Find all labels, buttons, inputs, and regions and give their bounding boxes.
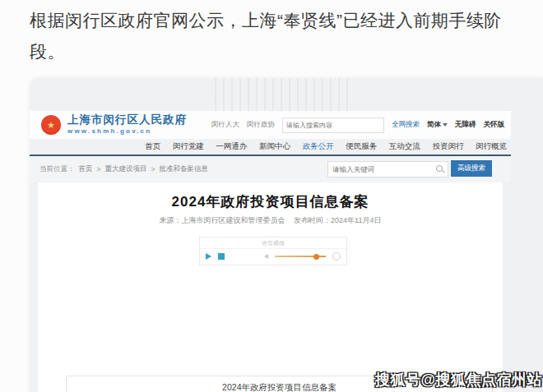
header-utility-bar: 闵行人大 闵行政协 全网搜索 简体 无障碍 关怀版 xyxy=(211,118,504,133)
article-meta: 来源：上海市闵行区建设和管理委员会 发布时间：2024年11月4日 xyxy=(38,215,503,226)
repeat-icon[interactable] xyxy=(332,252,341,261)
stop-icon[interactable] xyxy=(218,253,225,260)
header-search-input[interactable] xyxy=(283,122,383,129)
nav-item-home[interactable]: 首页 xyxy=(145,141,160,152)
nav-item-interaction[interactable]: 互动交流 xyxy=(389,141,420,152)
article-caption: 根据闵行区政府官网公示，上海“奉贤线”已经进入前期手续阶段。 xyxy=(30,5,523,67)
nav-item-overview[interactable]: 闵行概览 xyxy=(476,141,507,152)
audio-player: 语音播报 xyxy=(199,237,347,265)
nav-item-news[interactable]: 新闻中心 xyxy=(259,141,290,152)
advanced-search-button[interactable]: 高级搜索 xyxy=(451,160,492,177)
language-toggle[interactable]: 简体 xyxy=(427,120,448,130)
breadcrumb-home[interactable]: 首页 xyxy=(79,164,93,174)
search-icon[interactable] xyxy=(436,165,444,173)
site-url: www.shmh.gov.cn xyxy=(67,128,187,136)
content-panel: 2024年政府投资项目信息备案 来源：上海市闵行区建设和管理委员会 发布时间：2… xyxy=(38,182,503,392)
breadcrumb-approval-filing[interactable]: 批准和备案信息 xyxy=(159,164,208,174)
chevron-down-icon xyxy=(443,123,448,127)
site-identity: 上海市闵行区人民政府 www.shmh.gov.cn xyxy=(67,114,187,136)
link-zhengxie[interactable]: 闵行政协 xyxy=(247,120,275,130)
breadcrumb: 当前位置： 首页 > 重大建设项目 > 批准和备案信息 xyxy=(39,164,208,174)
care-mode-link[interactable]: 关怀版 xyxy=(484,120,505,130)
nav-item-party[interactable]: 闵行党建 xyxy=(173,141,204,152)
breadcrumb-separator: > xyxy=(97,165,101,173)
watermark: 搜狐号@搜狐焦点宿州站 xyxy=(375,370,542,390)
nav-item-services-portal[interactable]: 一网通办 xyxy=(216,141,247,152)
accessibility-link[interactable]: 无障碍 xyxy=(455,120,476,130)
link-renda[interactable]: 闵行人大 xyxy=(211,120,239,130)
nav-item-gov-disclosure[interactable]: 政务公开 xyxy=(303,141,334,152)
keyword-search-box xyxy=(327,161,448,178)
header-search-box xyxy=(282,118,384,133)
nav-item-invest[interactable]: 投资闵行 xyxy=(432,141,463,152)
site-name: 上海市闵行区人民政府 xyxy=(67,114,187,127)
article-image: 根据闵行区政府官网公示，上海“奉贤线”已经进入前期手续阶段。 ★ 上海市闵行区人… xyxy=(0,0,543,392)
site-search-button[interactable]: 全网搜索 xyxy=(392,120,420,130)
play-icon[interactable] xyxy=(206,253,211,260)
gov-website-screenshot: ★ 上海市闵行区人民政府 www.shmh.gov.cn 闵行人大 闵行政协 全… xyxy=(30,78,543,392)
breadcrumb-major-projects[interactable]: 重大建设项目 xyxy=(104,164,146,174)
article-publish-date: 发布时间：2024年11月4日 xyxy=(294,216,381,224)
main-nav: 首页 闵行党建 一网通办 新闻中心 政务公开 便民服务 互动交流 投资闵行 闵行… xyxy=(145,139,507,154)
page-title: 2024年政府投资项目信息备案 xyxy=(38,192,503,211)
volume-icon xyxy=(264,254,268,259)
article-source: 来源：上海市闵行区建设和管理委员会 xyxy=(160,216,285,224)
breadcrumb-bar: 当前位置： 首页 > 重大建设项目 > 批准和备案信息 高级搜索 xyxy=(30,156,511,182)
national-emblem-logo: ★ xyxy=(41,115,61,135)
site-header: ★ 上海市闵行区人民政府 www.shmh.gov.cn 闵行人大 闵行政协 全… xyxy=(30,111,511,139)
audio-player-controls xyxy=(200,249,346,264)
breadcrumb-separator: > xyxy=(151,165,155,173)
nav-item-public-services[interactable]: 便民服务 xyxy=(346,141,377,152)
slider-handle[interactable] xyxy=(313,254,319,260)
breadcrumb-prefix: 当前位置： xyxy=(39,164,75,174)
keyword-search-input[interactable] xyxy=(328,165,436,173)
volume-slider[interactable] xyxy=(275,256,326,257)
audio-player-label: 语音播报 xyxy=(200,238,346,249)
